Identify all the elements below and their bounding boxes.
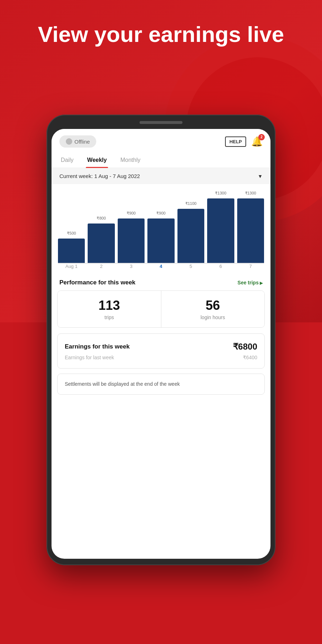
bar-value-label-1: ₹800 [97,216,106,221]
earnings-last-row: Earnings for last week ₹6400 [65,355,257,360]
bar-value-label-6: ₹1300 [245,191,256,196]
x-label-3: 4 [147,264,174,269]
see-trips-link[interactable]: See trips [238,280,263,285]
login-hours-stat-card: 56 login hours [161,291,265,327]
dropdown-arrow-icon: ▼ [258,173,263,179]
login-hours-label: login hours [167,314,259,320]
earnings-amount: ₹6800 [233,342,257,352]
bar-col-4: ₹1100 [177,201,204,263]
stats-row: 113 trips 56 login hours [57,290,265,328]
week-selector[interactable]: Current week: 1 Aug - 7 Aug 2022 ▼ [52,168,270,184]
phone-screen: Offline HELP 🔔 2 Daily Weekly [52,129,270,559]
x-label-4: 5 [177,264,204,269]
tab-weekly[interactable]: Weekly [86,153,108,168]
tab-daily[interactable]: Daily [59,153,75,168]
bar-col-2: ₹900 [118,211,145,263]
login-hours-value: 56 [167,298,259,313]
trips-label: trips [63,314,155,320]
bar-6 [237,198,264,263]
notification-badge: 2 [258,134,265,140]
bar-col-6: ₹1300 [237,191,264,263]
bell-wrapper[interactable]: 🔔 2 [251,136,263,147]
app-header: Offline HELP 🔔 2 [52,129,270,151]
bar-value-label-2: ₹900 [127,211,136,216]
phone-notch [140,121,182,124]
performance-header: Performance for this week See trips [52,273,270,290]
x-label-5: 6 [207,264,234,269]
week-label: Current week: 1 Aug - 7 Aug 2022 [59,173,140,179]
x-label-6: 7 [237,264,264,269]
chart-x-axis: Aug 1234567 [58,264,264,269]
settlement-notice: Settlements will be displayed at the end… [57,374,265,395]
help-button[interactable]: HELP [225,136,246,147]
bar-4 [177,209,204,263]
bar-3 [147,218,174,263]
earnings-last-amount: ₹6400 [243,355,257,360]
trips-stat-card: 113 trips [58,291,161,327]
bar-1 [88,224,114,263]
performance-title: Performance for this week [59,279,136,286]
x-label-1: 2 [88,264,114,269]
chart-area: ₹500₹800₹900₹900₹1100₹1300₹1300 Aug 1234… [52,184,270,273]
bar-2 [118,218,145,263]
trips-value: 113 [63,298,155,313]
bar-col-3: ₹900 [147,211,174,263]
tab-bar: Daily Weekly Monthly [52,151,270,168]
toggle-dot [66,138,72,145]
earnings-title: Earnings for this week [65,343,130,350]
earnings-main-row: Earnings for this week ₹6800 [65,342,257,352]
earnings-last-label: Earnings for last week [65,355,114,360]
offline-label: Offline [74,139,90,145]
bar-col-5: ₹1300 [207,191,234,263]
x-label-0: Aug 1 [58,264,85,269]
header-right: HELP 🔔 2 [225,136,263,147]
phone-frame: Offline HELP 🔔 2 Daily Weekly [47,115,275,565]
earnings-card: Earnings for this week ₹6800 Earnings fo… [57,333,265,369]
tab-monthly[interactable]: Monthly [119,153,142,168]
hero-title: View your earnings live [0,21,322,47]
bar-chart: ₹500₹800₹900₹900₹1100₹1300₹1300 [58,191,264,263]
bar-value-label-5: ₹1300 [215,191,226,196]
bar-col-1: ₹800 [88,216,114,263]
bar-value-label-0: ₹500 [67,231,76,236]
x-label-2: 3 [118,264,145,269]
settlement-text: Settlements will be displayed at the end… [65,380,257,388]
bar-col-0: ₹500 [58,231,85,263]
offline-toggle[interactable]: Offline [59,135,96,148]
bar-5 [207,198,234,263]
bar-0 [58,239,85,263]
phone-mockup: Offline HELP 🔔 2 Daily Weekly [47,115,275,565]
bar-value-label-3: ₹900 [156,211,165,216]
bar-value-label-4: ₹1100 [185,201,196,206]
